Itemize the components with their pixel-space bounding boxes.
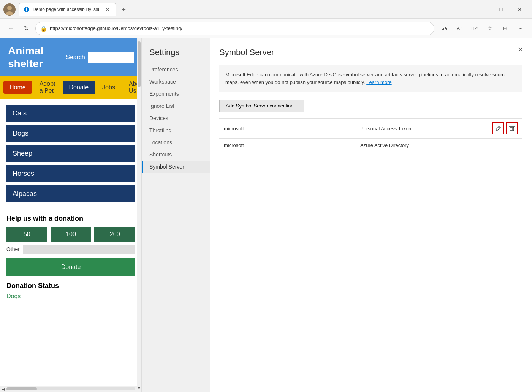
svg-rect-4: [510, 127, 514, 131]
table-row: microsoft Personal Access Token: [219, 119, 522, 139]
settings-ignore-list[interactable]: Ignore List: [142, 100, 210, 112]
shelter-title: Animal shelter: [8, 44, 66, 70]
minimize-button[interactable]: —: [473, 3, 491, 16]
main-content: ▼ Animal shelter Search Home Adopt a Pet…: [0, 38, 532, 392]
nav-home[interactable]: Home: [3, 81, 32, 94]
shelter-header: Animal shelter Search: [0, 38, 141, 76]
animal-list: Cats Dogs Sheep Horses Alpacas: [0, 99, 141, 209]
info-box: Microsoft Edge can communicate with Azur…: [219, 65, 522, 92]
nav-actions: 🛍 A↑ □↗ ☆ ⊞ ···: [437, 22, 527, 35]
server-table: microsoft Personal Access Token: [219, 118, 522, 152]
read-aloud-icon[interactable]: A↑: [453, 22, 466, 35]
symbol-server-panel: ✕ Symbol Server Microsoft Edge can commu…: [210, 38, 532, 392]
tab-favicon: [24, 6, 30, 13]
add-server-button[interactable]: Add Symbol Server connection...: [219, 100, 304, 112]
animal-dogs[interactable]: Dogs: [6, 125, 135, 142]
settings-preferences[interactable]: Preferences: [142, 63, 210, 76]
profile-avatar[interactable]: [3, 3, 16, 16]
server-type-2: Azure Active Directory: [356, 139, 488, 152]
settings-title: Settings: [142, 44, 210, 63]
nav-jobs[interactable]: Jobs: [96, 81, 121, 94]
action-buttons-1: [492, 122, 518, 134]
donation-other: Other: [6, 245, 135, 254]
search-input[interactable]: [88, 52, 134, 63]
donation-section: Help us with a donation 50 100 200 Other…: [0, 209, 141, 282]
other-input[interactable]: [23, 245, 135, 254]
animal-sheep[interactable]: Sheep: [6, 145, 135, 162]
delete-button-1[interactable]: [506, 122, 518, 134]
refresh-button[interactable]: ↻: [20, 22, 32, 35]
new-tab-button[interactable]: +: [118, 4, 130, 16]
svg-point-0: [7, 6, 12, 10]
donate-button[interactable]: Donate: [6, 258, 135, 276]
donation-100-button[interactable]: 100: [51, 227, 92, 242]
donation-status-title: Donation Status: [6, 282, 135, 290]
tab-title: Demo page with accessibility issu: [33, 7, 101, 12]
donation-200-button[interactable]: 200: [94, 227, 135, 242]
search-area: Search: [66, 52, 134, 63]
media-icon[interactable]: □↗: [468, 22, 481, 35]
vertical-scrollbar[interactable]: ▼: [137, 38, 141, 392]
table-row: microsoft Azure Active Directory: [219, 139, 522, 152]
other-label: Other: [6, 246, 20, 252]
title-bar: Demo page with accessibility issu ✕ + — …: [0, 0, 532, 19]
donation-title: Help us with a donation: [6, 215, 135, 223]
tab-bar: Demo page with accessibility issu ✕ +: [19, 3, 470, 16]
address-bar[interactable]: 🔒 https://microsoftedge.github.io/Demos/…: [35, 22, 434, 35]
search-label: Search: [66, 54, 85, 61]
settings-workspace[interactable]: Workspace: [142, 76, 210, 88]
server-actions-2: [488, 139, 522, 152]
url-text: https://microsoftedge.github.io/Demos/de…: [50, 25, 429, 31]
settings-devices[interactable]: Devices: [142, 112, 210, 124]
svg-line-3: [499, 127, 500, 128]
svg-point-1: [6, 11, 13, 15]
browser-window: Demo page with accessibility issu ✕ + — …: [0, 0, 532, 392]
donation-50-button[interactable]: 50: [6, 227, 48, 242]
window-controls: — □ ✕: [473, 3, 529, 16]
scroll-down-arrow[interactable]: ▼: [137, 386, 141, 390]
bag-icon[interactable]: 🛍: [437, 22, 451, 35]
settings-symbol-server[interactable]: Symbol Server: [142, 161, 210, 173]
panel-title: Symbol Server: [219, 47, 522, 57]
learn-more-link[interactable]: Learn more: [366, 79, 391, 85]
server-type-1: Personal Access Token: [356, 119, 488, 139]
animal-cats[interactable]: Cats: [6, 105, 135, 122]
server-name-1: microsoft: [219, 119, 356, 139]
settings-throttling[interactable]: Throttling: [142, 124, 210, 136]
webpage: ▼ Animal shelter Search Home Adopt a Pet…: [0, 38, 142, 392]
nav-donate[interactable]: Donate: [63, 81, 95, 94]
panel-close-button[interactable]: ✕: [515, 44, 526, 55]
donation-status: Donation Status Dogs: [0, 282, 141, 300]
h-scroll-track: [6, 387, 135, 390]
settings-locations[interactable]: Locations: [142, 136, 210, 149]
maximize-button[interactable]: □: [492, 3, 510, 16]
h-scroll-thumb[interactable]: [6, 387, 37, 390]
back-button[interactable]: ←: [5, 22, 17, 35]
nav-adopt[interactable]: Adopt a Pet: [33, 77, 62, 97]
settings-shortcuts[interactable]: Shortcuts: [142, 149, 210, 161]
nav-menu: Home Adopt a Pet Donate Jobs About Us: [0, 76, 141, 99]
settings-sidebar: Settings Preferences Workspace Experimen…: [142, 38, 210, 392]
active-tab[interactable]: Demo page with accessibility issu ✕: [19, 3, 116, 16]
animal-alpacas[interactable]: Alpacas: [6, 185, 135, 202]
animal-horses[interactable]: Horses: [6, 165, 135, 182]
nav-bar: ← ↻ 🔒 https://microsoftedge.github.io/De…: [0, 19, 532, 38]
donation-status-dogs: Dogs: [6, 293, 135, 300]
tab-close-button[interactable]: ✕: [104, 6, 111, 13]
close-button[interactable]: ✕: [511, 3, 529, 16]
scroll-left-arrow[interactable]: ◀: [2, 387, 5, 391]
favorites-icon[interactable]: ☆: [483, 22, 497, 35]
devtools-panel: Settings Preferences Workspace Experimen…: [142, 38, 532, 392]
lock-icon: 🔒: [40, 25, 47, 32]
collections-icon[interactable]: ⊞: [498, 22, 512, 35]
settings-experiments[interactable]: Experiments: [142, 88, 210, 100]
server-name-2: microsoft: [219, 139, 356, 152]
edit-button-1[interactable]: [492, 122, 504, 134]
more-options-button[interactable]: ···: [513, 22, 527, 35]
scroll-thumb[interactable]: [138, 41, 141, 87]
horizontal-scrollbar[interactable]: ◀ ▶: [0, 386, 141, 392]
server-actions-1: [488, 119, 522, 139]
donation-amounts: 50 100 200: [6, 227, 135, 242]
